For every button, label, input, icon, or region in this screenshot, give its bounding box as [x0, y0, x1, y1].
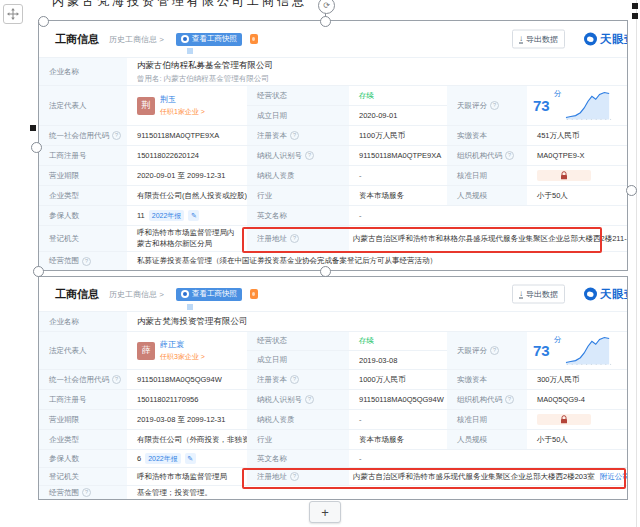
- info-icon[interactable]: ?: [290, 234, 299, 243]
- row-biz-term: 营业期限 2020-09-01 至 2099-12-31 纳税人资质 - 核准日…: [39, 165, 627, 185]
- info-icon[interactable]: ?: [305, 395, 314, 404]
- rep-name-link[interactable]: 薛正寰: [160, 339, 205, 350]
- info-icon[interactable]: ?: [305, 151, 314, 160]
- legal-rep-cell: 薛 薛正寰 任职3家企业 >: [127, 332, 247, 369]
- score-number[interactable]: 73: [533, 343, 550, 358]
- empty-cell: [447, 206, 627, 225]
- org-code-value: MA0Q5QG9-4: [527, 390, 627, 409]
- company-name-value[interactable]: 内蒙古伯纳程私募基金管理有限公司: [137, 60, 627, 72]
- rotation-handle[interactable]: ⟳: [318, 0, 335, 14]
- credit-code-label: 统一社会信用代码?: [39, 370, 127, 389]
- move-tool-icon[interactable]: [3, 4, 23, 24]
- export-data-button[interactable]: ↓ 导出数据: [512, 285, 565, 304]
- reg-capital-value: 1100万人民币: [349, 126, 447, 145]
- info-icon[interactable]: ?: [290, 131, 299, 140]
- insert-plus-button[interactable]: +: [309, 501, 341, 523]
- info-icon[interactable]: ?: [82, 488, 91, 497]
- english-name-value: -: [349, 206, 447, 225]
- logo-text: 天眼查: [600, 287, 628, 302]
- selection-handle-top-center[interactable]: [320, 16, 331, 27]
- row-biz-term: 营业期限 2019-03-08 至 2099-12-31 纳税人资质 - 核准日…: [39, 409, 627, 429]
- selection-handle-bottom-center[interactable]: [320, 266, 331, 277]
- row-legal-rep: 法定代表人 荆 荆玉 任职1家企业 > 经营状态 存续 成立日期 2020-09…: [39, 85, 627, 125]
- company-type-label: 企业类型: [39, 186, 127, 205]
- rep-companies-link[interactable]: 任职1家企业 >: [160, 107, 205, 117]
- paid-capital-value: 451万人民币: [527, 126, 627, 145]
- crop-handle-left[interactable]: [30, 125, 36, 131]
- taxpayer-id-label: 纳税人识别号?: [247, 146, 349, 165]
- eye-icon: [584, 288, 597, 301]
- row-credit-code: 统一社会信用代码? 91150118MA0QTPE9XA 注册资本? 1100万…: [39, 125, 627, 145]
- rep-companies-link[interactable]: 任职3家企业 >: [160, 352, 205, 362]
- edit-icon[interactable]: ✎: [188, 210, 199, 221]
- history-link[interactable]: 历史工商信息 >: [109, 289, 164, 300]
- rep-avatar[interactable]: 薛: [137, 342, 155, 360]
- info-icon[interactable]: ?: [112, 375, 121, 384]
- company-name-value[interactable]: 内蒙古梵海投资管理有限公司: [127, 312, 627, 331]
- empty-cell: [447, 450, 627, 467]
- export-data-button[interactable]: ↓ 导出数据: [512, 30, 565, 49]
- info-icon[interactable]: ?: [290, 375, 299, 384]
- score-cell: 73 分: [527, 86, 627, 125]
- nearby-companies-link[interactable]: 附近公司: [600, 472, 627, 482]
- scope-label-cell: 经营范围 ?: [39, 486, 127, 499]
- edit-icon[interactable]: ✎: [185, 453, 196, 464]
- info-icon[interactable]: ?: [505, 151, 514, 160]
- row-credit-code: 统一社会信用代码? 91150118MA0Q5QG94W 注册资本? 1000万…: [39, 369, 627, 389]
- row-company-name: 企业名称 内蒙古伯纳程私募基金管理有限公司 曾用名: 内蒙古伯纳程基金管理有限公…: [39, 57, 627, 85]
- info-icon[interactable]: ?: [112, 131, 121, 140]
- info-icon[interactable]: ?: [505, 395, 514, 404]
- annual-report-badge[interactable]: 2022年报: [145, 453, 181, 464]
- company-type-value: 有限责任公司（外商投资，非独资）: [127, 430, 247, 449]
- score-number[interactable]: 73: [533, 98, 550, 113]
- locked-value[interactable]: [537, 170, 591, 181]
- row-authority-address: 登记机关 呼和浩特市市场监督管理局 注册地址 ? 内蒙古自治区呼和浩特市盛乐现代…: [39, 467, 627, 485]
- rep-name-block: 荆玉 任职1家企业 >: [160, 94, 205, 117]
- crop-handle-top-right-2[interactable]: [632, 13, 638, 19]
- info-icon[interactable]: ?: [290, 472, 299, 481]
- address-label: 注册地址: [257, 234, 287, 244]
- paid-capital-value: 300万人民币: [527, 370, 627, 389]
- org-code-label: 组织机构代码?: [447, 390, 527, 409]
- industry-label: 行业: [247, 186, 349, 205]
- est-date-label: 成立日期: [247, 351, 349, 369]
- score-sparkline-chart: [565, 336, 613, 366]
- score-unit: 分: [554, 335, 562, 345]
- page-right-edge: [636, 0, 637, 527]
- selection-handle-right-middle[interactable]: [626, 185, 637, 196]
- authority-label: 登记机关: [39, 226, 127, 251]
- former-name: 曾用名: 内蒙古伯纳程基金管理有限公司: [137, 74, 627, 84]
- annual-report-badge[interactable]: 2022年报: [149, 210, 185, 221]
- rep-avatar[interactable]: 荆: [137, 97, 155, 115]
- english-name-label: 英文名称: [247, 450, 349, 467]
- info-icon[interactable]: ?: [490, 346, 499, 355]
- section-title: 工商信息: [55, 32, 99, 47]
- est-date-label: 成立日期: [247, 106, 349, 125]
- selection-handle-left-middle[interactable]: [31, 142, 42, 153]
- insured-cell: 6 2022年报 ✎: [127, 450, 247, 467]
- selection-handle-bottom-left[interactable]: [33, 266, 44, 277]
- score-label: 天眼评分: [457, 101, 487, 111]
- rep-name-link[interactable]: 荆玉: [160, 94, 205, 105]
- score-label: 天眼评分: [457, 346, 487, 356]
- taxpayer-qual-label: 纳税人资质: [247, 166, 349, 185]
- info-icon[interactable]: ?: [490, 101, 499, 110]
- status-label: 经营状态: [247, 332, 349, 350]
- selection-handle-top-left[interactable]: [38, 16, 49, 27]
- status-estdate-stack: 经营状态 存续 成立日期 2020-09-01: [247, 86, 447, 125]
- crop-handle-top-right-1[interactable]: [632, 3, 638, 9]
- snapshot-button[interactable]: 查看工商快照: [176, 33, 242, 46]
- scope-value: 私募证券投资基金管理（须在中国证券投资基金业协会完成备案登记后方可从事经营活动）: [127, 252, 627, 270]
- locked-value[interactable]: [537, 414, 591, 425]
- legal-rep-label: 法定代表人: [39, 332, 127, 369]
- snapshot-button[interactable]: 查看工商快照: [176, 288, 242, 301]
- industry-value: 资本市场服务: [349, 186, 447, 205]
- paid-capital-label: 实缴资本: [447, 126, 527, 145]
- info-icon[interactable]: ?: [82, 257, 91, 266]
- history-link[interactable]: 历史工商信息 >: [109, 34, 164, 45]
- business-info-card-2: 工商信息 历史工商信息 > 查看工商快照 ↓ 导出数据 天眼查 企业名称 内蒙古…: [38, 276, 628, 500]
- scope-value: 基金管理；投资管理。: [127, 486, 627, 499]
- score-unit: 分: [554, 89, 562, 99]
- taxpayer-id-label-text: 纳税人识别号: [257, 395, 302, 405]
- address-value: 内蒙古自治区呼和浩特市和林格尔县盛乐现代服务业集聚区企业总部大楼西2楼211-1…: [353, 234, 627, 244]
